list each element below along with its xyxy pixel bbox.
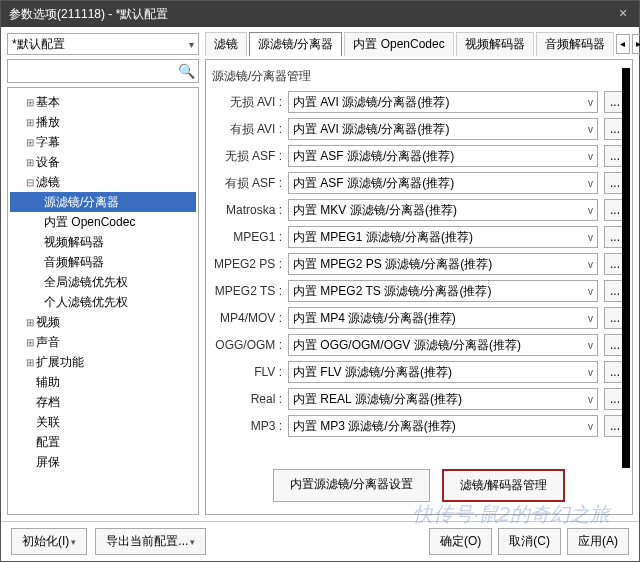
row-value: 内置 ASF 源滤镜/分离器(推荐) <box>293 148 454 165</box>
tab-source-splitter[interactable]: 源滤镜/分离器 <box>249 32 342 56</box>
row-label: MP3 : <box>212 419 282 433</box>
row-select[interactable]: 内置 AVI 源滤镜/分离器(推荐)v <box>288 91 598 113</box>
row-value: 内置 AVI 源滤镜/分离器(推荐) <box>293 121 449 138</box>
chevron-down-icon: v <box>588 286 593 297</box>
row-value: 内置 MPEG2 TS 源滤镜/分离器(推荐) <box>293 283 491 300</box>
tree-archive[interactable]: 存档 <box>10 392 196 412</box>
tree-personal-priority[interactable]: 个人滤镜优先权 <box>10 292 196 312</box>
row-label: Matroska : <box>212 203 282 217</box>
tree-screensaver[interactable]: 屏保 <box>10 452 196 472</box>
filter-row: MP3 :内置 MP3 源滤镜/分离器(推荐)v... <box>212 415 626 437</box>
preset-value: *默认配置 <box>12 36 65 53</box>
filter-row: Real :内置 REAL 源滤镜/分离器(推荐)v... <box>212 388 626 410</box>
row-value: 内置 FLV 源滤镜/分离器(推荐) <box>293 364 452 381</box>
filter-row: OGG/OGM :内置 OGG/OGM/OGV 源滤镜/分离器(推荐)v... <box>212 334 626 356</box>
tab-next[interactable]: ▸ <box>632 34 640 54</box>
row-value: 内置 MP4 源滤镜/分离器(推荐) <box>293 310 456 327</box>
tab-video-decoder[interactable]: 视频解码器 <box>456 32 534 56</box>
row-label: 无损 AVI : <box>212 94 282 111</box>
search-box[interactable]: 🔍 <box>7 59 199 83</box>
tree-config[interactable]: 配置 <box>10 432 196 452</box>
tree-source-splitter[interactable]: 源滤镜/分离器 <box>10 192 196 212</box>
tree-assist[interactable]: 辅助 <box>10 372 196 392</box>
export-config-button[interactable]: 导出当前配置...▾ <box>95 528 206 555</box>
filter-row: FLV :内置 FLV 源滤镜/分离器(推荐)v... <box>212 361 626 383</box>
tab-audio-decoder[interactable]: 音频解码器 <box>536 32 614 56</box>
tree-assoc[interactable]: 关联 <box>10 412 196 432</box>
row-select[interactable]: 内置 REAL 源滤镜/分离器(推荐)v <box>288 388 598 410</box>
chevron-down-icon: v <box>588 151 593 162</box>
filter-row: MPEG2 PS :内置 MPEG2 PS 源滤镜/分离器(推荐)v... <box>212 253 626 275</box>
filter-row: MPEG1 :内置 MPEG1 源滤镜/分离器(推荐)v... <box>212 226 626 248</box>
row-value: 内置 MP3 源滤镜/分离器(推荐) <box>293 418 456 435</box>
row-select[interactable]: 内置 MKV 源滤镜/分离器(推荐)v <box>288 199 598 221</box>
tree-playback[interactable]: ⊞播放 <box>10 112 196 132</box>
filter-row: 无损 ASF :内置 ASF 源滤镜/分离器(推荐)v... <box>212 145 626 167</box>
row-select[interactable]: 内置 FLV 源滤镜/分离器(推荐)v <box>288 361 598 383</box>
row-label: FLV : <box>212 365 282 379</box>
tree-extensions[interactable]: ⊞扩展功能 <box>10 352 196 372</box>
search-icon: 🔍 <box>178 63 194 79</box>
tree-subtitle[interactable]: ⊞字幕 <box>10 132 196 152</box>
row-label: 有损 AVI : <box>212 121 282 138</box>
tree-filter[interactable]: ⊟滤镜 <box>10 172 196 192</box>
tree-global-priority[interactable]: 全局滤镜优先权 <box>10 272 196 292</box>
row-select[interactable]: 内置 OGG/OGM/OGV 源滤镜/分离器(推荐)v <box>288 334 598 356</box>
settings-pane: 源滤镜/分离器管理 无损 AVI :内置 AVI 源滤镜/分离器(推荐)v...… <box>205 59 633 515</box>
tree-video[interactable]: ⊞视频 <box>10 312 196 332</box>
tree-audio[interactable]: ⊞声音 <box>10 332 196 352</box>
tree-basic[interactable]: ⊞基本 <box>10 92 196 112</box>
initialize-button[interactable]: 初始化(I)▾ <box>11 528 87 555</box>
row-value: 内置 MPEG2 PS 源滤镜/分离器(推荐) <box>293 256 492 273</box>
chevron-down-icon: v <box>588 97 593 108</box>
row-select[interactable]: 内置 MPEG1 源滤镜/分离器(推荐)v <box>288 226 598 248</box>
chevron-down-icon: ▾ <box>189 39 194 50</box>
row-label: MPEG1 : <box>212 230 282 244</box>
row-value: 内置 OGG/OGM/OGV 源滤镜/分离器(推荐) <box>293 337 521 354</box>
row-value: 内置 AVI 源滤镜/分离器(推荐) <box>293 94 449 111</box>
tree-opencodec[interactable]: 内置 OpenCodec <box>10 212 196 232</box>
row-select[interactable]: 内置 MPEG2 TS 源滤镜/分离器(推荐)v <box>288 280 598 302</box>
tabs: 滤镜 源滤镜/分离器 内置 OpenCodec 视频解码器 音频解码器 ◂ ▸ <box>205 33 640 55</box>
tree-audio-decoder[interactable]: 音频解码器 <box>10 252 196 272</box>
group-label: 源滤镜/分离器管理 <box>212 68 626 85</box>
tree-video-decoder[interactable]: 视频解码器 <box>10 232 196 252</box>
filter-row: Matroska :内置 MKV 源滤镜/分离器(推荐)v... <box>212 199 626 221</box>
tab-opencodec[interactable]: 内置 OpenCodec <box>344 32 453 56</box>
row-select[interactable]: 内置 AVI 源滤镜/分离器(推荐)v <box>288 118 598 140</box>
row-label: MP4/MOV : <box>212 311 282 325</box>
search-input[interactable] <box>12 64 178 78</box>
titlebar: 参数选项(211118) - *默认配置 × <box>1 1 639 27</box>
filter-row: MPEG2 TS :内置 MPEG2 TS 源滤镜/分离器(推荐)v... <box>212 280 626 302</box>
chevron-down-icon: v <box>588 340 593 351</box>
row-select[interactable]: 内置 ASF 源滤镜/分离器(推荐)v <box>288 172 598 194</box>
row-select[interactable]: 内置 MPEG2 PS 源滤镜/分离器(推荐)v <box>288 253 598 275</box>
chevron-down-icon: v <box>588 394 593 405</box>
window-title: 参数选项(211118) - *默认配置 <box>9 6 168 23</box>
row-select[interactable]: 内置 MP4 源滤镜/分离器(推荐)v <box>288 307 598 329</box>
filter-row: 有损 AVI :内置 AVI 源滤镜/分离器(推荐)v... <box>212 118 626 140</box>
row-select[interactable]: 内置 ASF 源滤镜/分离器(推荐)v <box>288 145 598 167</box>
cancel-button[interactable]: 取消(C) <box>498 528 561 555</box>
scrollbar[interactable] <box>622 68 630 468</box>
builtin-settings-button[interactable]: 内置源滤镜/分离器设置 <box>273 469 430 502</box>
close-icon[interactable]: × <box>615 6 631 22</box>
row-value: 内置 MPEG1 源滤镜/分离器(推荐) <box>293 229 473 246</box>
row-select[interactable]: 内置 MP3 源滤镜/分离器(推荐)v <box>288 415 598 437</box>
preset-select[interactable]: *默认配置 ▾ <box>7 33 199 55</box>
row-value: 内置 MKV 源滤镜/分离器(推荐) <box>293 202 457 219</box>
tree-device[interactable]: ⊞设备 <box>10 152 196 172</box>
filter-decoder-manage-button[interactable]: 滤镜/解码器管理 <box>442 469 565 502</box>
row-label: OGG/OGM : <box>212 338 282 352</box>
chevron-down-icon: v <box>588 421 593 432</box>
filter-row: 无损 AVI :内置 AVI 源滤镜/分离器(推荐)v... <box>212 91 626 113</box>
ok-button[interactable]: 确定(O) <box>429 528 492 555</box>
footer: 初始化(I)▾ 导出当前配置...▾ 确定(O) 取消(C) 应用(A) <box>1 521 639 561</box>
filter-row: MP4/MOV :内置 MP4 源滤镜/分离器(推荐)v... <box>212 307 626 329</box>
row-label: MPEG2 TS : <box>212 284 282 298</box>
tab-filter[interactable]: 滤镜 <box>205 32 247 56</box>
tab-prev[interactable]: ◂ <box>616 34 630 54</box>
chevron-down-icon: v <box>588 232 593 243</box>
apply-button[interactable]: 应用(A) <box>567 528 629 555</box>
chevron-down-icon: v <box>588 367 593 378</box>
